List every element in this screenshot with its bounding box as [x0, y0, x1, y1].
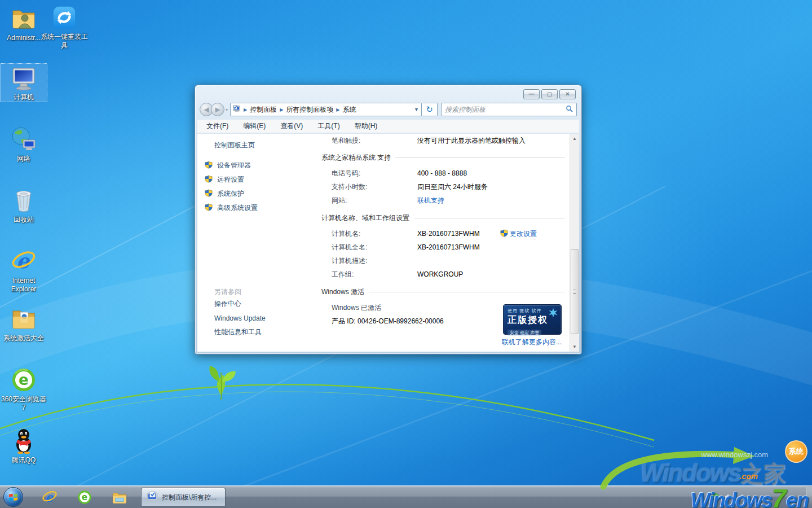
desktop-icon-recycle-bin[interactable]: 回收站	[0, 186, 47, 224]
start-button[interactable]	[3, 487, 23, 507]
learn-more-online-link[interactable]: 联机了解更多内容...	[502, 338, 562, 347]
row-label: 电话号码:	[332, 169, 417, 178]
qq-penguin-icon	[10, 427, 38, 455]
row-label: 计算机全名:	[332, 243, 417, 252]
taskbar-360-browser-icon[interactable]: e	[73, 488, 96, 507]
menu-file[interactable]: 文件(F)	[206, 121, 228, 131]
recent-pages-chevron-icon[interactable]: ▾	[226, 107, 228, 112]
computer-fullname-row: 计算机全名: XB-20160713FWHM	[311, 240, 570, 254]
system-content: 笔和触摸: 没有可用于此显示器的笔或触控输入 系统之家精品系统 支持 电话号码:…	[311, 134, 570, 352]
recycle-bin-icon	[10, 186, 38, 214]
scrollbar-track[interactable]	[570, 143, 579, 342]
sidebar-item-action-center[interactable]: 操作中心	[214, 297, 311, 311]
scrollbar-thumb[interactable]	[571, 249, 579, 334]
desktop-icon-activation-folder[interactable]: 系统激活大全	[0, 305, 47, 343]
show-desktop-button[interactable]	[806, 486, 812, 508]
svg-text:e: e	[82, 492, 87, 502]
breadcrumb-all-items[interactable]: 所有控制面板项	[286, 105, 333, 115]
row-value: XB-20160713FWHM	[417, 230, 480, 238]
desktop-icon-label: 系统一键重装工具	[41, 33, 88, 50]
breadcrumb-arrow-icon: ▶	[244, 107, 247, 112]
menu-bar: 文件(F) 编辑(E) 查看(V) 工具(T) 帮助(H)	[197, 120, 579, 133]
sidebar-item-label: 远程设置	[217, 175, 244, 185]
online-support-link[interactable]: 联机支持	[417, 196, 444, 205]
desktop-icon-computer[interactable]: 计算机	[0, 63, 47, 102]
address-dropdown-icon[interactable]: ▼	[414, 107, 419, 112]
address-bar[interactable]: ▶ 控制面板 ▶ 所有控制面板项 ▶ 系统 ▼	[230, 103, 422, 116]
change-settings-link[interactable]: 更改设置	[510, 229, 537, 239]
menu-edit[interactable]: 编辑(E)	[243, 121, 266, 131]
taskbar-explorer-icon[interactable]	[108, 488, 131, 507]
sidebar-item-system-protection[interactable]: 系统保护	[197, 187, 311, 201]
desktop-icon-label: 腾讯QQ	[0, 456, 47, 465]
watermark-com-text: .com	[739, 472, 758, 481]
sidebar-item-advanced-settings[interactable]: 高级系统设置	[197, 201, 311, 215]
sidebar-item-remote-settings[interactable]: 远程设置	[197, 173, 311, 187]
taskbar-ie-icon[interactable]: e	[38, 488, 61, 507]
desktop-icon-qq[interactable]: 腾讯QQ	[0, 427, 47, 465]
taskbar-task-control-panel[interactable]: 控制面板\所有控...	[141, 488, 226, 507]
desktop-icon-label: 网络	[0, 155, 47, 163]
network-icon	[10, 125, 38, 154]
uac-shield-icon	[205, 203, 213, 213]
breadcrumb-arrow-icon: ▶	[336, 107, 339, 112]
desktop-icon-internet-explorer[interactable]: e Internet Explorer	[0, 247, 47, 294]
genuine-microsoft-badge[interactable]: 使用 微软 软件 正版授权 安全 稳定 声誉	[503, 304, 562, 335]
website-row: 网站: 联机支持	[311, 194, 570, 207]
system-tray	[712, 493, 744, 501]
computer-name-row: 计算机名: XB-20160713FWHM 更改设置	[311, 227, 570, 240]
svg-text:e: e	[19, 371, 29, 388]
forward-button[interactable]: ▶	[211, 103, 224, 116]
restore-button[interactable]: ▢	[541, 89, 558, 99]
scroll-down-arrow[interactable]: ▼	[570, 342, 579, 352]
computer-description-row: 计算机描述:	[311, 254, 570, 268]
sidebar-item-performance-tools[interactable]: 性能信息和工具	[214, 325, 311, 339]
sidebar-item-windows-update[interactable]: Windows Update	[214, 311, 311, 325]
watermark-zhijia-text: 之家	[741, 461, 786, 486]
row-label: 网站:	[332, 196, 417, 205]
tray-network-icon[interactable]	[736, 493, 744, 501]
change-settings[interactable]: 更改设置	[500, 229, 537, 239]
sidebar-item-device-manager[interactable]: 设备管理器	[197, 159, 311, 173]
reinstall-tool-icon	[50, 3, 78, 32]
menu-help[interactable]: 帮助(H)	[355, 121, 378, 131]
vertical-scrollbar[interactable]: ▲ ▼	[570, 134, 579, 352]
row-value: XB-20160713FWHM	[417, 243, 480, 251]
pen-touch-row: 笔和触摸: 没有可用于此显示器的笔或触控输入	[311, 135, 570, 147]
refresh-button[interactable]: ↻	[422, 103, 438, 116]
computer-name-section-header: 计算机名称、域和工作组设置	[321, 213, 565, 223]
close-button[interactable]: ✕	[559, 89, 576, 99]
watermark-system-badge: 系统	[785, 440, 807, 463]
phone-row: 电话号码: 400 - 888 - 8888	[311, 167, 570, 180]
support-hours-row: 支持小时数: 周日至周六 24小时服务	[311, 180, 570, 194]
desktop-icon-360-browser[interactable]: e 360安全浏览器7	[0, 366, 47, 412]
desktop-icon-label: 回收站	[0, 216, 47, 224]
sidebar: 控制面板主页 设备管理器 远程设置 系统保护	[197, 134, 311, 352]
desktop-icon-network[interactable]: 网络	[0, 125, 47, 163]
sidebar-item-control-panel-home[interactable]: 控制面板主页	[214, 141, 311, 152]
ie-icon: e	[10, 247, 38, 275]
row-value: 没有可用于此显示器的笔或触控输入	[417, 136, 526, 146]
genuine-star-icon	[548, 307, 559, 318]
workgroup-row: 工作组: WORKGROUP	[311, 268, 570, 281]
menu-view[interactable]: 查看(V)	[280, 121, 303, 131]
breadcrumb-arrow-icon: ▶	[280, 107, 283, 112]
desktop-icon-label: Internet Explorer	[0, 277, 47, 294]
breadcrumb-control-panel[interactable]: 控制面板	[250, 105, 277, 115]
row-value: WORKGROUP	[417, 270, 463, 278]
tray-action-center-icon[interactable]	[712, 493, 720, 501]
watermark-brand-line1: Windows之家	[640, 458, 786, 489]
activation-folder-icon	[10, 305, 38, 333]
menu-tools[interactable]: 工具(T)	[317, 121, 339, 131]
tray-volume-icon[interactable]	[724, 493, 732, 501]
breadcrumb-system[interactable]: 系统	[342, 105, 356, 115]
uac-shield-icon	[205, 189, 213, 199]
badge-line3: 安全 稳定 声誉	[508, 330, 541, 336]
desktop-icon-reinstall-tool[interactable]: 系统一键重装工具	[41, 3, 88, 50]
search-input[interactable]: 搜索控制面板	[441, 103, 577, 116]
search-icon[interactable]	[566, 104, 573, 115]
sidebar-item-label: 高级系统设置	[217, 203, 258, 213]
scroll-up-arrow[interactable]: ▲	[570, 134, 579, 143]
row-label: 工作组:	[332, 270, 417, 279]
minimize-button[interactable]: —	[523, 89, 540, 99]
